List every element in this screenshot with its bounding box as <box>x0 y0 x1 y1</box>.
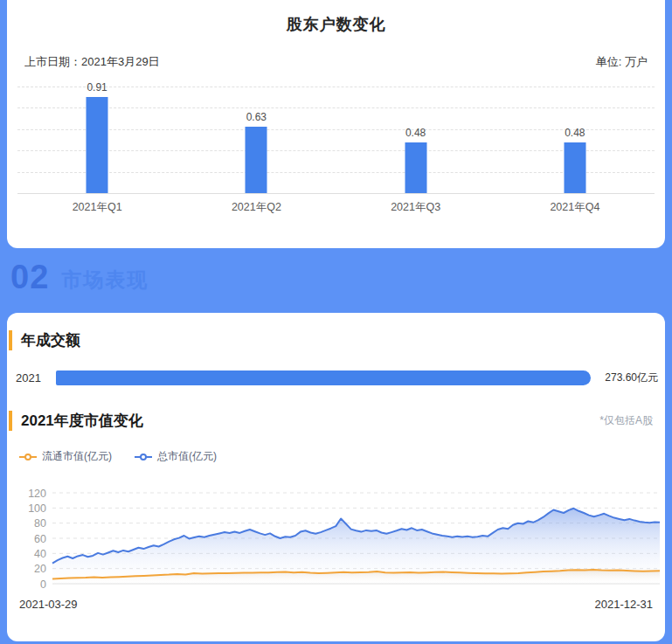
turnover-year-label: 2021 <box>16 371 47 384</box>
bar-column[interactable]: 0.91 <box>17 87 177 194</box>
total-cap-legend-icon <box>135 454 152 460</box>
bar[interactable] <box>246 127 267 194</box>
market-cap-area-chart[interactable]: 020406080100120 <box>17 489 660 591</box>
bar[interactable] <box>564 142 585 194</box>
turnover-bar[interactable] <box>56 370 591 385</box>
bar-value-label: 0.91 <box>17 81 177 93</box>
x-tick-label: 2021年Q3 <box>336 200 495 215</box>
x-tick-label: 2021年Q2 <box>177 200 336 215</box>
circulating-cap-legend-icon <box>19 454 37 460</box>
bar-column[interactable]: 0.63 <box>177 87 336 194</box>
x-tick-label: 2021年Q4 <box>495 200 655 215</box>
bar-chart-x-labels: 2021年Q12021年Q22021年Q32021年Q4 <box>17 200 655 215</box>
y-tick-label: 20 <box>34 563 46 575</box>
y-tick-label: 60 <box>34 533 46 545</box>
legend-item-total-cap[interactable]: 总市值(亿元) <box>135 449 217 464</box>
chart-date-range: 2021-03-29 2021-12-31 <box>19 598 653 611</box>
marketcap-note: *仅包括A股 <box>599 413 653 428</box>
market-performance-card: 年成交额 2021 273.60亿元 2021年度市值变化 *仅包括A股 流通市… <box>7 313 665 641</box>
y-tick-label: 120 <box>28 489 46 500</box>
y-tick-label: 80 <box>34 517 46 530</box>
turnover-heading: 年成交额 <box>9 330 80 350</box>
chart-info-row: 上市日期：2021年3月29日 单位: 万户 <box>24 54 648 70</box>
section-number: 02 <box>10 259 49 296</box>
unit-label: 单位: 万户 <box>596 54 648 70</box>
y-tick-label: 100 <box>28 502 46 515</box>
bar[interactable] <box>405 142 426 194</box>
turnover-bar-track <box>56 370 599 385</box>
shareholder-section-card: 股东户数变化 上市日期：2021年3月29日 单位: 万户 0.910.630.… <box>7 0 665 248</box>
section-header: 02 市场表现 <box>10 259 149 296</box>
page-title-highlight: 股东户数变化 <box>287 14 386 35</box>
bar-value-label: 0.48 <box>336 127 495 139</box>
legend-label: 流通市值(亿元) <box>42 449 112 464</box>
bar[interactable] <box>87 97 108 194</box>
turnover-heading-row: 年成交额 <box>9 330 653 350</box>
bar-value-label: 0.63 <box>177 111 336 123</box>
turnover-value-label: 273.60亿元 <box>605 370 658 385</box>
bar-chart-plot[interactable]: 0.910.630.480.48 <box>17 87 655 194</box>
bar-value-label: 0.48 <box>495 127 655 139</box>
legend-item-circulating-cap[interactable]: 流通市值(亿元) <box>19 449 112 464</box>
bar-column[interactable]: 0.48 <box>495 87 655 194</box>
shareholder-bar-chart[interactable]: 0.910.630.480.48 2021年Q12021年Q22021年Q320… <box>17 87 655 215</box>
section-header-title: 市场表现 <box>61 267 149 294</box>
turnover-bar-row: 2021 273.60亿元 <box>16 370 658 385</box>
marketcap-heading: 2021年度市值变化 <box>9 411 143 431</box>
page-title: 股东户数变化 <box>287 16 386 33</box>
y-tick-label: 0 <box>40 578 46 591</box>
y-tick-label: 40 <box>34 548 46 560</box>
bar-column[interactable]: 0.48 <box>336 87 495 194</box>
legend-label: 总市值(亿元) <box>157 449 217 464</box>
start-date-label: 2021-03-29 <box>19 598 78 611</box>
section-title-wrap: 股东户数变化 <box>7 0 665 35</box>
end-date-label: 2021-12-31 <box>595 598 654 611</box>
x-tick-label: 2021年Q1 <box>17 200 177 215</box>
x-axis-line <box>17 193 655 194</box>
chart-legend: 流通市值(亿元) 总市值(亿元) <box>19 449 217 464</box>
marketcap-heading-row: 2021年度市值变化 *仅包括A股 <box>9 411 653 431</box>
listing-date-label: 上市日期：2021年3月29日 <box>24 54 160 70</box>
